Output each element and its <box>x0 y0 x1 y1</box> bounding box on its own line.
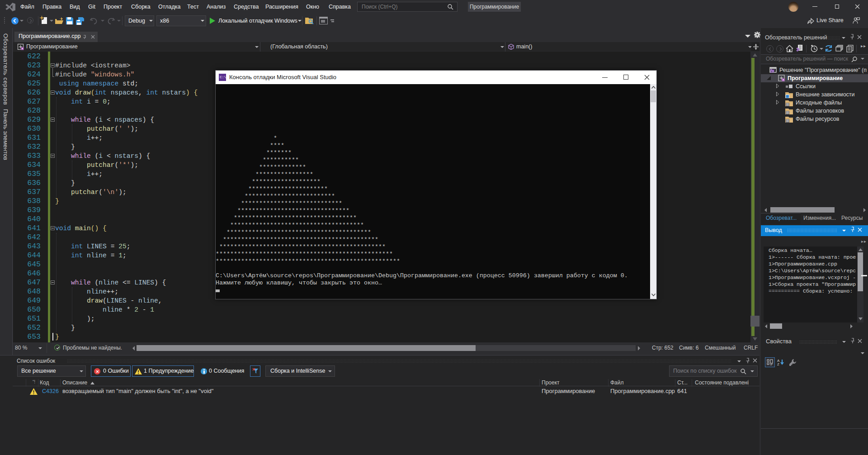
svg-text:Z: Z <box>777 362 779 366</box>
